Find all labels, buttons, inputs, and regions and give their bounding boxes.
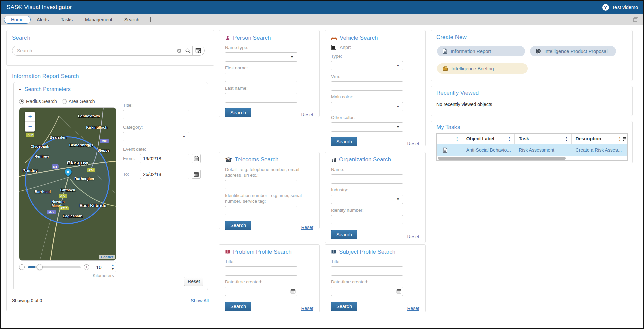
- subject-search-button[interactable]: Search: [331, 302, 357, 311]
- task-name[interactable]: Risk Assessment: [515, 147, 571, 153]
- tab-search[interactable]: Search: [118, 16, 145, 24]
- column-header-description[interactable]: Description ⋮: [572, 134, 627, 144]
- table-scrollbar[interactable]: [437, 156, 627, 160]
- identity-number-input[interactable]: [331, 215, 403, 224]
- identification-number-input[interactable]: [225, 206, 297, 215]
- scrollbar-thumb[interactable]: [438, 157, 566, 160]
- map-place-label: Bishopbriggs: [69, 143, 93, 147]
- slider-handle[interactable]: [37, 264, 43, 270]
- detail-input[interactable]: [225, 180, 297, 189]
- subject-calendar-icon[interactable]: [394, 287, 403, 296]
- column-menu-icon[interactable]: ⋮: [507, 136, 512, 141]
- first-name-label: First name:: [225, 65, 313, 71]
- search-input[interactable]: [12, 48, 175, 53]
- telecoms-search-button[interactable]: Search: [225, 221, 251, 230]
- other-color-select[interactable]: ▼: [331, 122, 403, 132]
- recently-viewed-empty-text: No recently viewed objects: [436, 102, 627, 107]
- column-header-task[interactable]: Task⋮: [515, 134, 571, 144]
- other-color-label: Other color:: [331, 115, 419, 121]
- vehicle-search-button[interactable]: Search: [331, 137, 357, 146]
- map-reset-button[interactable]: Reset: [184, 277, 203, 286]
- map-place-label: Lennoxtown: [78, 114, 100, 118]
- tab-management[interactable]: Management: [79, 16, 118, 24]
- anpr-label: Anpr:: [340, 45, 351, 50]
- vehicle-icon: [331, 36, 337, 40]
- search-parameters-header[interactable]: ▼ Search Parameters: [18, 86, 71, 92]
- org-name-input[interactable]: [331, 174, 403, 184]
- column-header-object-label[interactable]: Object Label⋮: [462, 134, 515, 144]
- stepper-down-icon[interactable]: ▼: [111, 267, 114, 271]
- main-color-label: Main color:: [331, 94, 419, 100]
- subject-reset-link[interactable]: Reset: [407, 306, 419, 311]
- subject-datetime-input[interactable]: [331, 287, 403, 296]
- from-date-input[interactable]: [140, 154, 189, 163]
- radius-circle[interactable]: [25, 136, 110, 224]
- anpr-checkbox[interactable]: [331, 45, 336, 50]
- kilometers-input[interactable]: [93, 262, 107, 272]
- task-row[interactable]: Anti-Social Behavio... Risk Assessment C…: [437, 144, 627, 156]
- advanced-search-icon[interactable]: [192, 46, 204, 55]
- from-calendar-icon[interactable]: [192, 154, 201, 163]
- column-menu-icon[interactable]: ⋮: [564, 136, 569, 141]
- chevron-down-icon: ▼: [182, 135, 186, 138]
- problem-title-input[interactable]: [225, 266, 297, 276]
- column-menu-icon[interactable]: ⋮: [618, 136, 622, 141]
- subject-profile-icon: [331, 249, 336, 255]
- subject-title-input[interactable]: [331, 266, 403, 276]
- user-menu[interactable]: Test videmo: [612, 5, 638, 10]
- task-description[interactable]: Create a Risk Asses...: [572, 147, 627, 153]
- clear-search-icon[interactable]: [175, 46, 183, 55]
- to-date-input[interactable]: [140, 170, 189, 179]
- map[interactable]: + − Leaflet LennoxtownKirkintillochBears…: [19, 107, 116, 261]
- vehicle-reset-link[interactable]: Reset: [407, 141, 419, 146]
- slider-decrease-button[interactable]: −: [19, 264, 25, 270]
- slider-increase-button[interactable]: +: [84, 264, 89, 270]
- first-name-input[interactable]: [225, 73, 297, 82]
- map-attribution-link[interactable]: Leaflet: [99, 255, 115, 259]
- title-input[interactable]: [123, 110, 189, 119]
- tab-home[interactable]: Home: [4, 16, 31, 24]
- area-search-label: Area Search: [69, 98, 95, 104]
- to-calendar-icon[interactable]: [192, 170, 201, 179]
- to-label: To:: [123, 172, 140, 177]
- problem-datetime-input[interactable]: [225, 287, 297, 296]
- vrm-input[interactable]: [331, 81, 403, 91]
- person-reset-link[interactable]: Reset: [301, 112, 313, 117]
- organization-reset-link[interactable]: Reset: [407, 234, 419, 239]
- show-all-link[interactable]: Show All: [191, 298, 209, 303]
- create-information-report-button[interactable]: Information Report: [437, 46, 525, 56]
- problem-search-button[interactable]: Search: [225, 302, 251, 311]
- stepper-up-icon[interactable]: ▲: [111, 263, 114, 267]
- task-object-label[interactable]: Anti-Social Behavio...: [462, 147, 515, 153]
- column-settings-icon[interactable]: [623, 137, 627, 141]
- organization-search-button[interactable]: Search: [331, 230, 357, 239]
- problem-calendar-icon[interactable]: [288, 287, 297, 296]
- zoom-in-button[interactable]: +: [25, 112, 35, 122]
- tab-alerts[interactable]: Alerts: [31, 16, 55, 24]
- problem-title-label: Title:: [225, 259, 313, 265]
- tab-tasks[interactable]: Tasks: [55, 16, 79, 24]
- help-icon[interactable]: ?: [602, 4, 609, 11]
- kilometers-stepper: ▲ ▼: [93, 262, 116, 272]
- column-menu-icon[interactable]: ⋮: [455, 136, 459, 141]
- create-new-title: Create New: [436, 34, 627, 41]
- person-search-button[interactable]: Search: [225, 108, 251, 117]
- area-search-radio[interactable]: [62, 99, 67, 104]
- create-intelligence-product-proposal-button[interactable]: Intelligence Product Proposal: [530, 46, 616, 56]
- zoom-out-button[interactable]: −: [25, 122, 35, 131]
- category-select[interactable]: ▼: [123, 132, 189, 141]
- last-name-input[interactable]: [225, 93, 297, 103]
- telecoms-reset-link[interactable]: Reset: [301, 225, 313, 230]
- type-select[interactable]: ▼: [331, 61, 403, 70]
- radius-search-radio[interactable]: [19, 99, 24, 104]
- main-color-select[interactable]: ▼: [331, 102, 403, 111]
- collapse-triangle-icon: ▼: [18, 88, 22, 91]
- name-type-select[interactable]: ▼: [225, 52, 297, 62]
- new-window-icon[interactable]: [633, 17, 639, 22]
- radius-slider[interactable]: [28, 266, 81, 268]
- problem-reset-link[interactable]: Reset: [301, 306, 313, 311]
- industry-select[interactable]: ▼: [331, 195, 403, 204]
- search-icon[interactable]: [183, 46, 192, 55]
- radius-search-label: Radius Search: [26, 98, 57, 104]
- create-intelligence-briefing-button[interactable]: Intelligence Briefing: [437, 63, 528, 74]
